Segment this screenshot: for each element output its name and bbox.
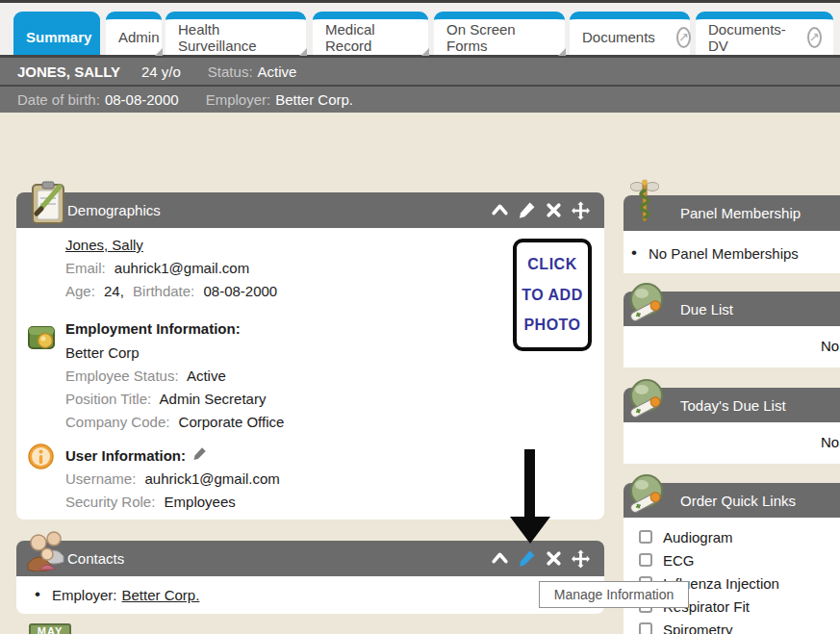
tab-documents[interactable]: Documents ↗ (570, 12, 690, 55)
close-icon[interactable] (545, 549, 563, 568)
patient-header-bar: JONES, SALLY 24 y/o Status: Active (0, 58, 840, 85)
company-code-label: Company Code: (65, 414, 169, 430)
tab-documents-dv[interactable]: Documents-DV ↗ (696, 12, 833, 55)
employment-heading-row: Employment Information: (65, 320, 241, 337)
user-heading: User Information: (65, 447, 186, 464)
tab-label: Medical Record (325, 21, 416, 54)
checkbox[interactable] (639, 622, 652, 634)
edit-user-pencil-icon[interactable] (192, 446, 207, 464)
patient-summary-page: Summary Admin Health Surveillance Medica… (0, 0, 840, 634)
todays-due-list-body: No (624, 422, 840, 464)
birthdate-value: 08-08-2000 (203, 283, 277, 299)
edit-pencil-icon[interactable] (518, 201, 536, 219)
security-role-label: Security Role: (65, 494, 155, 510)
email-value: auhrick1@gmail.com (115, 260, 249, 276)
annotation-arrow-head (510, 517, 550, 544)
order-item-spirometry: Spirometry (639, 621, 840, 634)
tooltip-manage-information: Manage Information (539, 581, 689, 608)
patient-age: 24 y/o (141, 63, 181, 80)
username-label: Username: (65, 470, 136, 487)
move-icon[interactable] (572, 549, 590, 568)
tab-dropdown-fold (558, 48, 566, 56)
tab-health-surveillance[interactable]: Health Surveillance (165, 12, 306, 55)
employer-name: Better Corp (65, 344, 140, 361)
patient-name-link-row: Jones, Sally (65, 237, 143, 253)
age-value: 24, (104, 283, 124, 299)
calendar-month-icon: MAY (29, 623, 71, 634)
company-code-row: Company Code: Corporate Office (65, 414, 289, 430)
contacts-people-icon (25, 527, 69, 575)
clipboard-icon (25, 179, 71, 229)
employer-name-row: Better Corp (65, 344, 144, 361)
tab-label: Admin (118, 29, 160, 45)
tab-label: Health Surveillance (178, 21, 293, 54)
photo-line: CLICK (527, 256, 576, 273)
external-arrow-glyph: ↗ (809, 30, 820, 44)
user-heading-row: User Information: (65, 446, 207, 464)
collapse-icon[interactable] (491, 549, 509, 568)
order-item-ecg: ECG (639, 552, 840, 568)
external-link-icon[interactable]: ↗ (807, 27, 822, 48)
position-label: Position Title: (65, 391, 151, 407)
email-row: Email: auhrick1@gmail.com (65, 260, 254, 276)
contacts-panel-header: Contacts (16, 541, 604, 576)
company-code-value: Corporate Office (179, 414, 285, 430)
position-title-row: Position Title: Admin Secretary (65, 391, 270, 407)
order-item-label: ECG (663, 552, 695, 569)
security-role-value: Employees (165, 494, 236, 510)
employee-status-row: Employee Status: Active (65, 368, 231, 384)
contact-employer-link[interactable]: Better Corp. (121, 587, 199, 603)
tab-on-screen-forms[interactable]: On Screen Forms (434, 12, 565, 55)
username-row: Username: auhrick1@gmail.com (65, 470, 285, 487)
info-icon (28, 444, 54, 473)
checkbox[interactable] (639, 530, 652, 544)
order-item-label: Audiogram (663, 529, 733, 545)
tab-summary[interactable]: Summary (13, 12, 100, 55)
tab-dropdown-fold (155, 48, 163, 56)
patient-name: JONES, SALLY (17, 63, 120, 80)
tab-label: Summary (26, 29, 91, 45)
photo-line: TO ADD (522, 287, 582, 304)
employer-label: Employer: (206, 91, 271, 108)
age-label: Age: (65, 283, 95, 299)
dob-value: 08-08-2000 (105, 91, 179, 108)
external-link-icon[interactable]: ↗ (676, 27, 691, 48)
tab-label: Documents (582, 29, 655, 45)
contact-employer-label: Employer: (52, 587, 117, 603)
order-item-audiogram: Audiogram (639, 529, 840, 545)
due-list-clipped-text: No (821, 338, 839, 354)
tab-admin[interactable]: Admin (106, 12, 162, 55)
contact-employer-item: • Employer: Better Corp. (35, 585, 199, 604)
close-icon[interactable] (545, 201, 563, 219)
employee-status-value: Active (187, 368, 226, 384)
move-icon[interactable] (572, 201, 590, 219)
edit-pencil-icon-hovered[interactable] (518, 549, 536, 568)
status-value: Active (258, 63, 297, 80)
annotation-arrow (524, 449, 535, 518)
tab-medical-record[interactable]: Medical Record (313, 12, 428, 55)
no-panel-memberships-item: • No Panel Memberships (631, 243, 799, 263)
bullet: • (631, 243, 637, 263)
caduceus-icon (630, 179, 659, 227)
dob-label: Date of birth: (17, 91, 100, 108)
employment-heading: Employment Information: (65, 320, 241, 337)
patient-name-link[interactable]: Jones, Sally (65, 237, 143, 253)
security-role-row: Security Role: Employees (65, 494, 241, 510)
tab-dropdown-fold (421, 48, 429, 56)
briefcase-icon (27, 321, 56, 354)
no-panel-memberships-text: No Panel Memberships (649, 245, 799, 262)
tab-dropdown-fold (299, 48, 307, 56)
birthdate-label: Birthdate: (133, 283, 194, 299)
bullet: • (35, 585, 40, 604)
todays-due-list-icon (624, 375, 670, 425)
tooltip-text: Manage Information (554, 587, 675, 602)
add-photo-placeholder[interactable]: CLICK TO ADD PHOTO (513, 239, 592, 351)
demographics-panel-header: Demographics (16, 192, 604, 228)
checkbox[interactable] (639, 553, 652, 567)
calendar-month-label: MAY (38, 625, 63, 634)
external-arrow-glyph: ↗ (678, 30, 689, 44)
order-item-label: Spirometry (663, 621, 733, 634)
collapse-icon[interactable] (491, 201, 509, 219)
patient-subheader-bar: Date of birth: 08-08-2000 Employer: Bett… (0, 87, 840, 113)
employer-value: Better Corp. (275, 91, 353, 108)
